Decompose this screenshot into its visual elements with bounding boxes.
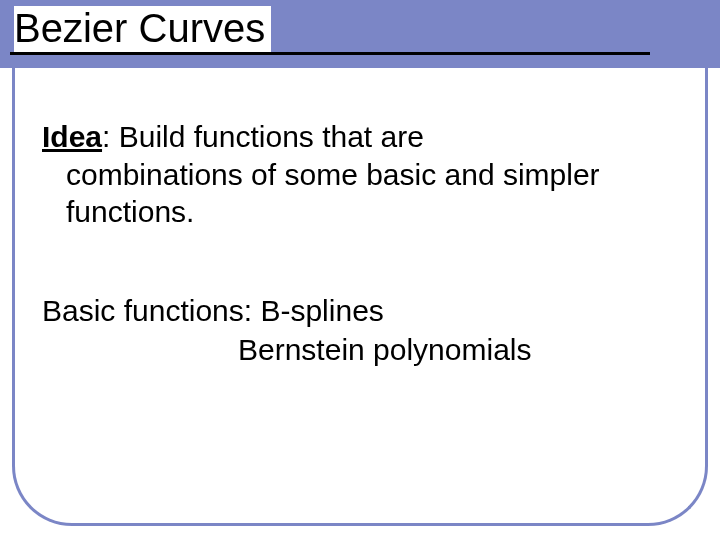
basic-line-1: Basic functions: B-splines	[42, 291, 678, 330]
slide-content: Idea: Build functions that are combinati…	[42, 118, 678, 369]
idea-line1-rest: Build functions that are	[119, 120, 424, 153]
idea-label: Idea	[42, 120, 102, 153]
basic-functions-block: Basic functions: B-splines Bernstein pol…	[42, 291, 678, 369]
idea-line-3: functions.	[42, 193, 678, 231]
idea-sep: :	[102, 120, 119, 153]
idea-block: Idea: Build functions that are combinati…	[42, 118, 678, 231]
idea-line-1: Idea: Build functions that are	[42, 118, 678, 156]
slide-title: Bezier Curves	[14, 6, 271, 52]
idea-line-2: combinations of some basic and simpler	[42, 156, 678, 194]
title-underline	[10, 52, 650, 55]
basic-line-2: Bernstein polynomials	[42, 330, 678, 369]
